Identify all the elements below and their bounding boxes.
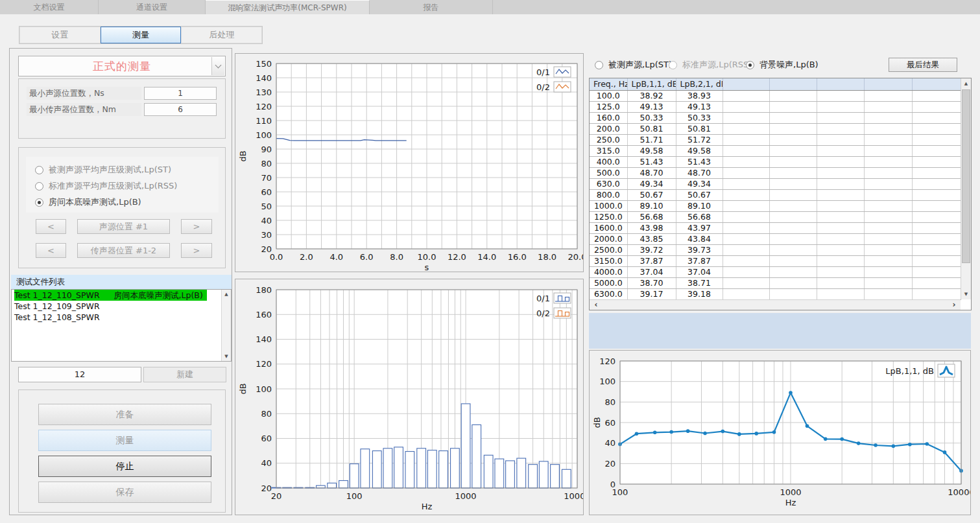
radio-lp-st[interactable]: 被测声源平均声压级测试,Lp(ST) xyxy=(35,165,171,175)
table-cell[interactable] xyxy=(723,145,769,156)
table-cell[interactable] xyxy=(817,233,864,244)
table-cell[interactable]: 49.13 xyxy=(676,101,723,112)
table-cell[interactable] xyxy=(817,112,864,123)
new-file-button[interactable]: 新建 xyxy=(143,367,226,382)
table-cell[interactable]: 43.97 xyxy=(676,222,723,233)
table-cell[interactable] xyxy=(864,156,912,167)
table-cell[interactable] xyxy=(864,101,912,112)
table-header-cell[interactable] xyxy=(769,78,817,90)
table-cell[interactable] xyxy=(769,101,817,112)
table-cell[interactable] xyxy=(769,211,817,222)
table-cell[interactable] xyxy=(817,123,864,134)
result-radio-lp-rss[interactable]: 标准声源,Lp(RSS) xyxy=(669,59,752,71)
stop-button[interactable]: 停止 xyxy=(38,456,211,477)
table-row[interactable]: 125.049.1349.13 xyxy=(590,101,961,112)
table-cell[interactable] xyxy=(769,145,817,156)
table-cell[interactable]: 1250.0 xyxy=(590,211,627,222)
table-cell[interactable]: 50.81 xyxy=(676,123,723,134)
table-cell[interactable] xyxy=(769,178,817,189)
table-row[interactable]: 200.050.8150.81 xyxy=(590,123,961,134)
table-cell[interactable] xyxy=(723,101,769,112)
table-cell[interactable] xyxy=(864,222,912,233)
table-cell[interactable] xyxy=(912,90,961,101)
table-cell[interactable] xyxy=(912,288,961,299)
table-cell[interactable] xyxy=(864,90,912,101)
table-cell[interactable] xyxy=(912,112,961,123)
table-row[interactable]: 2000.043.8543.84 xyxy=(590,233,961,244)
table-cell[interactable]: 400.0 xyxy=(590,156,627,167)
subtab-settings[interactable]: 设置 xyxy=(19,27,101,43)
table-cell[interactable] xyxy=(912,167,961,178)
table-cell[interactable] xyxy=(864,145,912,156)
table-header-cell[interactable] xyxy=(864,78,912,90)
table-cell[interactable]: 89.10 xyxy=(627,200,676,211)
table-cell[interactable] xyxy=(864,178,912,189)
table-header-cell[interactable]: LpB,1,1, dB xyxy=(627,78,676,90)
table-cell[interactable] xyxy=(723,167,769,178)
table-row[interactable]: 3150.037.8737.87 xyxy=(590,255,961,266)
table-cell[interactable]: 56.68 xyxy=(627,211,676,222)
table-cell[interactable] xyxy=(912,244,961,255)
mic-prev-button[interactable]: < xyxy=(36,243,66,258)
table-cell[interactable]: 49.13 xyxy=(627,101,676,112)
table-cell[interactable]: 500.0 xyxy=(590,167,627,178)
table-cell[interactable] xyxy=(723,233,769,244)
table-cell[interactable]: 630.0 xyxy=(590,178,627,189)
table-row[interactable]: 250.051.7151.72 xyxy=(590,134,961,145)
table-cell[interactable] xyxy=(912,145,961,156)
table-cell[interactable]: 43.98 xyxy=(627,222,676,233)
table-cell[interactable] xyxy=(723,244,769,255)
table-cell[interactable] xyxy=(817,167,864,178)
table-cell[interactable] xyxy=(817,222,864,233)
table-row[interactable]: 1000.089.1089.10 xyxy=(590,200,961,211)
measure-button[interactable]: 测量 xyxy=(38,430,211,451)
table-cell[interactable] xyxy=(912,211,961,222)
table-cell[interactable] xyxy=(864,277,912,288)
table-cell[interactable]: 37.04 xyxy=(676,266,723,277)
tab-report[interactable]: 报告 xyxy=(370,0,493,14)
table-row[interactable]: 315.049.5849.58 xyxy=(590,145,961,156)
save-button[interactable]: 保存 xyxy=(38,482,211,503)
table-cell[interactable]: 2000.0 xyxy=(590,233,627,244)
table-cell[interactable]: 250.0 xyxy=(590,134,627,145)
table-cell[interactable] xyxy=(912,134,961,145)
table-cell[interactable]: 39.18 xyxy=(676,288,723,299)
table-cell[interactable]: 39.17 xyxy=(627,288,676,299)
spectrum-bar-chart[interactable]: 2040608010012014016018020100100010000Hzd… xyxy=(235,279,583,515)
table-cell[interactable] xyxy=(817,189,864,200)
table-cell[interactable] xyxy=(864,112,912,123)
table-cell[interactable] xyxy=(864,288,912,299)
table-cell[interactable]: 50.33 xyxy=(627,112,676,123)
measurement-mode-dropdown[interactable]: 正式的测量 xyxy=(18,56,226,76)
table-cell[interactable] xyxy=(769,288,817,299)
tab-mcr-spwr[interactable]: 混响室法测试声功率(MCR-SPWR) xyxy=(206,0,370,14)
table-cell[interactable] xyxy=(817,178,864,189)
table-row[interactable]: 1600.043.9843.97 xyxy=(590,222,961,233)
table-cell[interactable]: 49.58 xyxy=(627,145,676,156)
table-cell[interactable] xyxy=(864,211,912,222)
dropdown-button[interactable] xyxy=(211,57,224,75)
min-source-positions-input[interactable]: 1 xyxy=(144,87,217,100)
table-row[interactable]: 4000.037.0437.04 xyxy=(590,266,961,277)
table-cell[interactable] xyxy=(912,222,961,233)
table-cell[interactable] xyxy=(769,189,817,200)
table-cell[interactable]: 51.72 xyxy=(676,134,723,145)
table-cell[interactable] xyxy=(912,277,961,288)
table-cell[interactable]: 2500.0 xyxy=(590,244,627,255)
table-cell[interactable] xyxy=(912,233,961,244)
table-cell[interactable] xyxy=(723,189,769,200)
table-cell[interactable]: 51.43 xyxy=(676,156,723,167)
table-cell[interactable] xyxy=(769,222,817,233)
table-cell[interactable]: 50.67 xyxy=(676,189,723,200)
table-cell[interactable]: 800.0 xyxy=(590,189,627,200)
table-cell[interactable] xyxy=(723,266,769,277)
table-cell[interactable] xyxy=(864,134,912,145)
min-mic-positions-input[interactable]: 6 xyxy=(144,103,217,116)
table-cell[interactable] xyxy=(864,167,912,178)
table-cell[interactable]: 3150.0 xyxy=(590,255,627,266)
tab-document-settings[interactable]: 文档设置 xyxy=(0,0,99,14)
table-row[interactable]: 800.050.6750.67 xyxy=(590,189,961,200)
file-counter-button[interactable]: 12 xyxy=(18,367,141,382)
table-cell[interactable] xyxy=(723,178,769,189)
time-history-chart[interactable]: 20304050607080901001101201301401500.02.0… xyxy=(235,54,583,272)
